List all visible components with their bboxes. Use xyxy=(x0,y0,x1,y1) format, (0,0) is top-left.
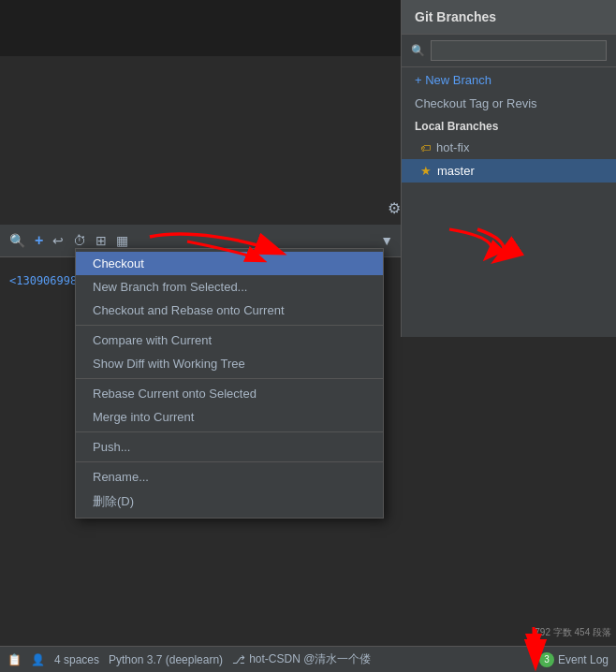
user-icon: 👤 xyxy=(31,653,45,666)
vcs-icon-status[interactable]: 📋 xyxy=(7,653,22,666)
ctx-checkout-rebase[interactable]: Checkout and Rebase onto Current xyxy=(76,299,383,322)
git-branches-panel: Git Branches 🔍 + New Branch Checkout Tag… xyxy=(401,0,616,337)
search-icon[interactable]: 🔍 xyxy=(7,231,27,250)
branch-icon: ⎇ xyxy=(232,653,245,666)
git-branch-master[interactable]: ★ master xyxy=(402,159,616,183)
status-bar: 📋 👤 4 spaces Python 3.7 (deeplearn) ⎇ ho… xyxy=(0,646,616,672)
history-icon[interactable]: ⏱ xyxy=(71,231,88,250)
user-icon-status[interactable]: 👤 xyxy=(31,653,45,666)
spaces-status[interactable]: 4 spaces xyxy=(54,653,99,666)
event-log-badge: 3 xyxy=(539,652,554,667)
git-search-input[interactable] xyxy=(431,40,607,61)
event-log-status[interactable]: 3 Event Log xyxy=(539,652,609,667)
ctx-rebase-current[interactable]: Rebase Current onto Selected xyxy=(76,382,383,405)
filter-icon[interactable]: ▼ xyxy=(378,231,395,250)
star-icon: ★ xyxy=(420,164,432,178)
git-panel-title: Git Branches xyxy=(402,0,616,35)
branch-name-master: master xyxy=(437,164,475,178)
columns-icon[interactable]: ⊞ xyxy=(94,231,109,250)
ctx-merge[interactable]: Merge into Current xyxy=(76,405,383,429)
separator-4 xyxy=(76,461,383,462)
git-search-area: 🔍 xyxy=(402,35,616,67)
git-branch-hotfix[interactable]: 🏷 hot-fix xyxy=(402,136,616,159)
add-icon[interactable]: + xyxy=(33,230,45,251)
separator-1 xyxy=(76,325,383,326)
git-checkout-tag-button[interactable]: Checkout Tag or Revis xyxy=(402,93,616,114)
bottom-watermark: 792 字数 454 段落 xyxy=(535,626,611,639)
top-bar xyxy=(0,0,403,56)
branch-label: hot-CSDN @清水一个偻 xyxy=(249,651,371,667)
gear-icon[interactable]: ⚙ xyxy=(388,199,401,217)
context-menu: Checkout New Branch from Selected... Che… xyxy=(75,248,384,519)
ctx-new-branch-from-selected[interactable]: New Branch from Selected... xyxy=(76,275,383,299)
git-new-branch-button[interactable]: + New Branch xyxy=(402,67,616,93)
undo-icon[interactable]: ↩ xyxy=(51,231,66,250)
ctx-checkout[interactable]: Checkout xyxy=(76,252,383,275)
branch-name-hotfix: hot-fix xyxy=(436,140,469,154)
git-search-icon: 🔍 xyxy=(411,44,425,57)
python-label: Python 3.7 (deeplearn) xyxy=(109,653,223,666)
ctx-compare[interactable]: Compare with Current xyxy=(76,329,383,352)
branch-status[interactable]: ⎇ hot-CSDN @清水一个偻 xyxy=(232,651,371,667)
separator-3 xyxy=(76,431,383,432)
separator-2 xyxy=(76,378,383,379)
ctx-delete[interactable]: 删除(D) xyxy=(76,489,383,515)
spaces-label: 4 spaces xyxy=(54,653,99,666)
event-log-label: Event Log xyxy=(558,653,609,666)
vcs-icon: 📋 xyxy=(7,653,22,666)
ctx-push[interactable]: Push... xyxy=(76,435,383,459)
ctx-rename[interactable]: Rename... xyxy=(76,465,383,489)
tag-icon: 🏷 xyxy=(420,142,431,153)
git-local-branches-header: Local Branches xyxy=(402,114,616,136)
columns2-icon[interactable]: ▦ xyxy=(114,231,130,250)
ctx-show-diff[interactable]: Show Diff with Working Tree xyxy=(76,352,383,375)
python-status[interactable]: Python 3.7 (deeplearn) xyxy=(109,653,223,666)
